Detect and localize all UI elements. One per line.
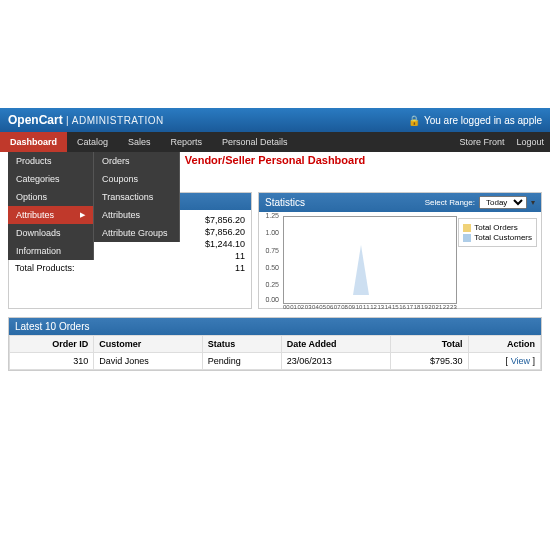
range-select[interactable]: Today (479, 196, 527, 209)
col-total: Total (390, 336, 468, 353)
panel-stats: Statistics Select Range: Today ▾ 1.25 1.… (258, 192, 542, 309)
col-status: Status (202, 336, 281, 353)
link-storefront[interactable]: Store Front (459, 137, 504, 147)
tab-catalog[interactable]: Catalog (67, 132, 118, 152)
submenu-attributes[interactable]: Attributes (94, 206, 179, 224)
lock-icon: 🔒 (408, 115, 420, 126)
link-logout[interactable]: Logout (516, 137, 544, 147)
menu-downloads[interactable]: Downloads (8, 224, 93, 242)
col-customer: Customer (94, 336, 203, 353)
x-axis: 0001020304050607080910111213141516171819… (283, 304, 457, 310)
tab-personal[interactable]: Personal Details (212, 132, 298, 152)
brand-section: ADMINISTRATION (72, 115, 164, 126)
link-view[interactable]: View (511, 356, 530, 366)
ov-value: 11 (235, 251, 245, 261)
legend-swatch-customers (463, 234, 471, 242)
table-header-row: Order ID Customer Status Date Added Tota… (10, 336, 541, 353)
legend: Total Orders Total Customers (458, 218, 537, 247)
ov-value: 11 (235, 263, 245, 273)
latest-orders-header: Latest 10 Orders (9, 318, 541, 335)
dropdown-col2: Orders Coupons Transactions Attributes A… (94, 152, 180, 242)
cell-action: [ View ] (468, 353, 540, 370)
stats-title: Statistics (265, 197, 305, 208)
legend-swatch-orders (463, 224, 471, 232)
col-date: Date Added (281, 336, 390, 353)
panel-stats-header: Statistics Select Range: Today ▾ (259, 193, 541, 212)
menu-transactions[interactable]: Transactions (94, 188, 179, 206)
login-text: You are logged in as apple (424, 115, 542, 126)
y-axis: 1.25 1.00 0.75 0.50 0.25 0.00 (261, 212, 281, 308)
dropdown-col1: Products Categories Options Attributes▶ … (8, 152, 94, 260)
table-row: 310 David Jones Pending 23/06/2013 $795.… (10, 353, 541, 370)
chevron-down-icon[interactable]: ▾ (531, 198, 535, 207)
login-status: 🔒 You are logged in as apple (408, 115, 542, 126)
col-action: Action (468, 336, 540, 353)
topbar: OpenCart | ADMINISTRATION 🔒 You are logg… (0, 108, 550, 132)
main-menu: Dashboard Catalog Sales Reports Personal… (0, 132, 550, 152)
menu-coupons[interactable]: Coupons (94, 170, 179, 188)
menu-right: Store Front Logout (459, 137, 544, 147)
range-label: Select Range: (425, 198, 475, 207)
menu-products[interactable]: Products (8, 152, 93, 170)
tab-dashboard[interactable]: Dashboard (0, 132, 67, 152)
brand-name: OpenCart (8, 113, 63, 127)
ov-value: $7,856.20 (205, 215, 245, 225)
chart-spike (353, 245, 369, 295)
cell-total: $795.30 (390, 353, 468, 370)
menu-options[interactable]: Options (8, 188, 93, 206)
tab-sales[interactable]: Sales (118, 132, 161, 152)
ov-value: $1,244.10 (205, 239, 245, 249)
menu-information[interactable]: Information (8, 242, 93, 260)
dropdown-menu: Products Categories Options Attributes▶ … (8, 152, 180, 260)
col-order-id: Order ID (10, 336, 94, 353)
menu-categories[interactable]: Categories (8, 170, 93, 188)
chevron-right-icon: ▶ (80, 211, 85, 219)
menu-orders[interactable]: Orders (94, 152, 179, 170)
submenu-attribute-groups[interactable]: Attribute Groups (94, 224, 179, 242)
cell-customer: David Jones (94, 353, 203, 370)
orders-table: Order ID Customer Status Date Added Tota… (9, 335, 541, 370)
menu-attributes[interactable]: Attributes▶ (8, 206, 93, 224)
panel-latest-orders: Latest 10 Orders Order ID Customer Statu… (8, 317, 542, 371)
stats-body: 1.25 1.00 0.75 0.50 0.25 0.00 Total Orde… (259, 212, 541, 308)
brand: OpenCart | ADMINISTRATION (8, 113, 164, 127)
ov-value: $7,856.20 (205, 227, 245, 237)
cell-status: Pending (202, 353, 281, 370)
ov-label: Total Products: (15, 263, 75, 273)
chart-area (283, 216, 457, 304)
cell-id: 310 (10, 353, 94, 370)
tab-reports[interactable]: Reports (161, 132, 213, 152)
cell-date: 23/06/2013 (281, 353, 390, 370)
